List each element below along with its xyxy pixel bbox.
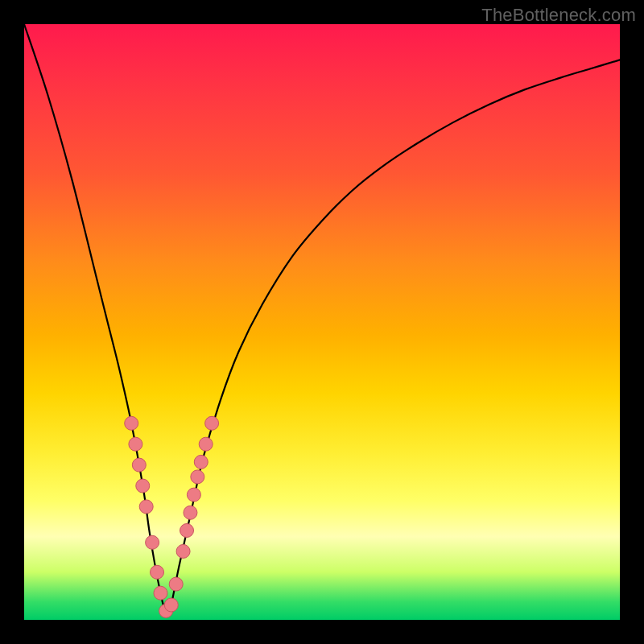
curve-marker [205,416,219,430]
curve-marker [129,437,142,451]
curve-markers [125,416,219,617]
bottleneck-curve [24,24,620,614]
curve-marker [125,416,138,430]
curve-marker [132,458,146,472]
curve-marker [194,455,208,469]
curve-marker [169,577,183,591]
curve-marker [139,500,153,514]
curve-marker [191,470,204,484]
curve-marker [180,524,194,538]
curve-marker [164,598,178,612]
chart-svg [24,24,620,620]
curve-marker [146,535,159,549]
curve-marker [187,488,200,502]
curve-marker [136,479,150,493]
curve-marker [154,586,167,600]
curve-marker [151,565,164,579]
watermark-text: TheBottleneck.com [481,5,636,26]
curve-marker [176,544,190,558]
curve-marker [199,437,213,451]
chart-frame [24,24,620,620]
curve-marker [184,506,197,519]
